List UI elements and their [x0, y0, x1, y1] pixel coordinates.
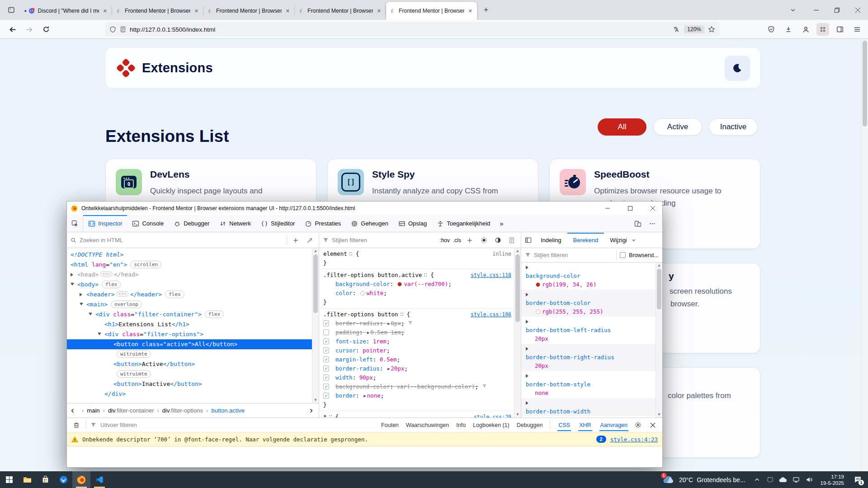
computed-scrollbar[interactable]: ▲▼: [656, 263, 662, 418]
devtools-close-button[interactable]: [643, 202, 662, 215]
computed-property[interactable]: border-bottom-colorrgb(255, 255, 255): [521, 290, 656, 317]
url-text[interactable]: http://127.0.0.1:5500/index.html: [130, 26, 670, 33]
account-icon[interactable]: [799, 23, 812, 36]
declaration-checkbox[interactable]: [323, 329, 329, 335]
console-active-filter-css[interactable]: CSS: [557, 419, 571, 431]
volume-icon[interactable]: [803, 471, 816, 488]
devtools-tab-stijleditor[interactable]: Stijleditor: [256, 215, 300, 232]
weather-widget[interactable]: 1 20°C Grotendeels be...: [658, 475, 750, 485]
markup-node[interactable]: <button class="active">All</button>: [67, 339, 312, 349]
console-active-filter-aanvragen[interactable]: Aanvragen: [599, 419, 628, 431]
markup-badge[interactable]: flex: [205, 310, 224, 318]
snip-tool-icon[interactable]: [764, 471, 776, 488]
expand-value-icon[interactable]: ▶: [367, 328, 369, 337]
twisty-icon[interactable]: [98, 329, 104, 339]
color-swatch[interactable]: [360, 291, 365, 296]
taskbar-thunderbird-icon[interactable]: [54, 471, 72, 488]
extensions-icon[interactable]: [816, 23, 829, 36]
computed-twisty-icon[interactable]: [521, 317, 656, 326]
rule-source-link[interactable]: style.css:118: [471, 271, 511, 280]
rule-selector[interactable]: .filter-options button{style.css:106: [319, 310, 514, 319]
declaration-checkbox[interactable]: ✓: [323, 357, 329, 362]
declaration-checkbox[interactable]: ✓: [323, 320, 329, 326]
markup-badge[interactable]: witruimte: [117, 350, 151, 358]
declaration-checkbox[interactable]: ✓: [323, 384, 329, 389]
url-bar[interactable]: http://127.0.0.1:5500/index.html 120%: [105, 22, 720, 37]
console-category-logboeken[interactable]: Logboeken (1): [473, 422, 509, 428]
rule-selector[interactable]: element{inline: [319, 249, 514, 258]
taskbar-clock[interactable]: 17:19 19-5-2025: [816, 474, 848, 486]
color-swatch[interactable]: [397, 282, 402, 286]
rule-source-link[interactable]: style.css:106: [471, 310, 511, 319]
translate-icon[interactable]: [673, 26, 680, 33]
computed-property[interactable]: border-bottom-left-radius20px: [521, 317, 656, 344]
markup-node[interactable]: <body>flex: [67, 280, 312, 290]
onedrive-icon[interactable]: [777, 471, 789, 488]
devtools-tab-debugger[interactable]: Debugger: [169, 215, 214, 232]
network-icon[interactable]: [790, 471, 802, 488]
new-tab-button[interactable]: +: [479, 3, 493, 17]
markup-node[interactable]: <button>Inactive</button>: [67, 379, 312, 389]
new-rule-icon[interactable]: [464, 235, 475, 246]
tab-close-icon[interactable]: ✕: [193, 7, 199, 15]
tab-1[interactable]: •Discord | "Where did I mess u✕: [21, 3, 112, 19]
sidebar-tab-wijzigi[interactable]: Wijzigi: [604, 233, 633, 248]
console-category-waarschuwingen[interactable]: Waarschuwingen: [406, 422, 449, 428]
markup-node[interactable]: </div>: [67, 389, 312, 399]
declaration-checkbox[interactable]: ✓: [323, 366, 329, 371]
computed-twisty-icon[interactable]: [521, 371, 656, 380]
taskbar-vscode-icon[interactable]: [90, 471, 108, 488]
rule-selector[interactable]: .filter-options button.active{style.css:…: [319, 271, 514, 280]
dark-theme-sim-icon[interactable]: [492, 235, 503, 246]
taskbar-firefox-icon[interactable]: [72, 471, 90, 488]
breadcrumb-item[interactable]: button.active: [211, 407, 245, 414]
declaration-checkbox[interactable]: ✓: [323, 393, 329, 399]
markup-badge[interactable]: flex: [165, 291, 184, 298]
add-node-icon[interactable]: [290, 235, 301, 246]
declaration-checkbox[interactable]: ✓: [323, 347, 329, 353]
rule-declaration[interactable]: ✓width: 90px;: [319, 373, 514, 382]
console-active-filter-xhr[interactable]: XHR: [578, 419, 592, 431]
clear-console-icon[interactable]: [71, 420, 82, 431]
pseudo-class-toggle[interactable]: :hov: [439, 237, 450, 244]
zoom-level-badge[interactable]: 120%: [684, 25, 704, 33]
devtools-maximize-button[interactable]: [621, 202, 640, 215]
markup-node[interactable]: <div class="filter-options">: [67, 329, 312, 339]
devtools-minimize-button[interactable]: [598, 202, 617, 215]
menu-hamburger-icon[interactable]: [851, 23, 863, 36]
close-split-console-icon[interactable]: [647, 420, 658, 431]
markup-node[interactable]: <head>···</head>: [67, 270, 312, 280]
highlight-dots-icon[interactable]: [400, 312, 405, 316]
computed-property[interactable]: border-bottom-right-radius20px: [521, 344, 656, 371]
markup-badge[interactable]: scrollen: [130, 261, 161, 268]
restore-button[interactable]: [826, 0, 847, 20]
computed-twisty-icon[interactable]: [521, 263, 656, 272]
rule-declaration[interactable]: ✓background-color: var(--background-colo…: [319, 382, 514, 391]
tab-close-icon[interactable]: ✕: [102, 7, 108, 15]
tab-close-icon[interactable]: ✕: [285, 7, 291, 15]
rule-declaration[interactable]: color: white;: [319, 289, 514, 298]
markup-badge[interactable]: flex: [102, 281, 121, 288]
tab-2[interactable]: Frontend Mentor | Browser exte✕: [112, 3, 203, 19]
rule-source-link[interactable]: style.css:29: [474, 413, 511, 418]
expand-value-icon[interactable]: ▶: [387, 364, 390, 373]
tray-chevron-icon[interactable]: [751, 471, 763, 488]
pocket-shield-icon[interactable]: [765, 23, 778, 36]
rule-declaration[interactable]: ✓border: ▶none;: [319, 391, 514, 400]
sidebar-tab-indeling[interactable]: Indeling: [535, 233, 567, 248]
markup-node[interactable]: <header>···</header>flex: [67, 290, 312, 300]
class-toggle[interactable]: .cls: [453, 237, 461, 244]
console-category-info[interactable]: Info: [456, 422, 466, 428]
computed-twisty-icon[interactable]: [521, 290, 656, 299]
html-search-bar[interactable]: Zoeken in HTML: [67, 233, 319, 248]
inline-expander-icon[interactable]: ···: [116, 291, 129, 297]
markup-node[interactable]: witruimte: [67, 369, 312, 379]
filter-inactive-button[interactable]: Inactive: [709, 118, 758, 136]
computed-property[interactable]: background-colorrgb(199, 34, 26): [521, 263, 656, 290]
markup-badge[interactable]: overloop: [111, 300, 142, 308]
responsive-design-icon[interactable]: [632, 218, 644, 230]
expand-value-icon[interactable]: ▶: [363, 391, 366, 400]
twisty-icon[interactable]: [80, 300, 86, 310]
declaration-checkbox[interactable]: ✓: [323, 338, 329, 344]
forward-icon[interactable]: [23, 23, 35, 36]
